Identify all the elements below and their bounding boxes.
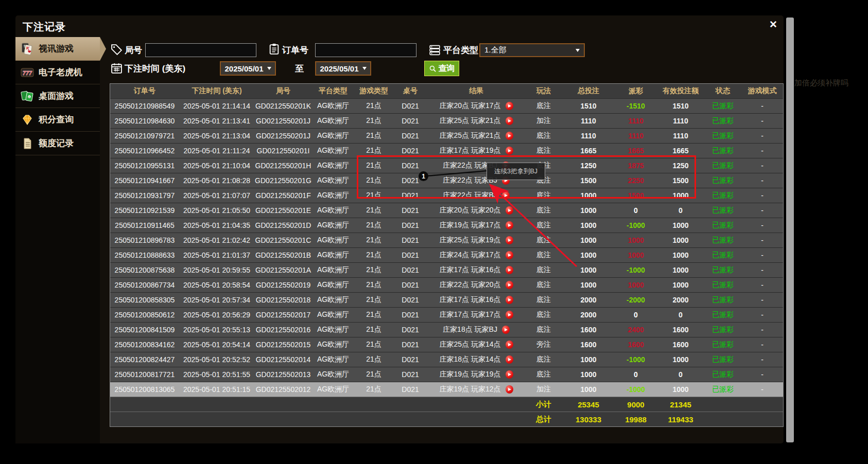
cell-game: 21点 (354, 278, 393, 292)
platform-select[interactable]: 1.全部 (479, 43, 585, 57)
table-row[interactable]: 2505012109215392025-05-01 21:05:50GD0212… (110, 203, 783, 218)
sidebar-item-video-games[interactable]: 9K视讯游戏 (15, 37, 100, 61)
cell-bet: 1665 (562, 144, 615, 158)
sidebar-item-slots[interactable]: 777电子老虎机 (15, 61, 100, 84)
table-row[interactable]: 2505012008756382025-05-01 20:59:55GD0212… (110, 262, 783, 277)
video-cards-icon: 9K (21, 42, 34, 56)
grand-total-row: 总计 130333 19988 119433 (110, 412, 783, 426)
quota-doc-icon (21, 137, 34, 150)
table-row[interactable]: 2505012109846302025-05-01 21:13:41GD0212… (110, 113, 783, 128)
table-row[interactable]: 2505012008130652025-05-01 20:51:15GD0212… (110, 382, 783, 397)
cell-mode: - (741, 203, 783, 218)
column-header: 游戏模式 (741, 84, 783, 98)
cell-mode: - (741, 173, 783, 188)
cell-payout: 1000 (615, 233, 657, 247)
chevron-down-icon (267, 67, 271, 70)
tag-icon (110, 43, 123, 56)
cell-play: 底注 (525, 218, 562, 233)
replay-icon[interactable] (506, 117, 513, 125)
cell-mode: - (741, 278, 783, 292)
cell-play: 底注 (525, 367, 562, 382)
search-icon (429, 65, 437, 73)
cell-mode: - (741, 248, 783, 262)
table-row[interactable]: 2505012008677342025-05-01 20:58:54GD0212… (110, 277, 783, 292)
cell-valid: 1000 (657, 263, 704, 277)
cell-game: 21点 (354, 293, 393, 307)
cell-play: 底注 (525, 144, 562, 158)
sidebar-item-table-games[interactable]: C桌面游戏 (15, 84, 100, 108)
table-row[interactable]: 2505012109551312025-05-01 21:10:04GD0212… (110, 158, 783, 173)
table-row[interactable]: 2505012109416672025-05-01 21:08:28GD0212… (110, 173, 783, 188)
replay-icon[interactable] (506, 311, 513, 319)
table-row[interactable]: 2505012109797212025-05-01 21:13:04GD0212… (110, 128, 783, 143)
cell-order: 250501210931797 (110, 188, 179, 203)
replay-icon[interactable] (506, 147, 513, 155)
cell-platform: AG欧洲厅 (312, 278, 354, 292)
replay-icon[interactable] (506, 281, 513, 289)
cell-mode: - (741, 352, 783, 367)
cell-game: 21点 (354, 308, 393, 322)
table-row[interactable]: 2505012008415092025-05-01 20:55:13GD0212… (110, 322, 783, 337)
replay-icon[interactable] (506, 341, 513, 349)
close-icon[interactable]: ✕ (769, 20, 777, 29)
table-row[interactable]: 2505012109114652025-05-01 21:04:35GD0212… (110, 218, 783, 233)
search-button-label: 查询 (439, 63, 455, 74)
cell-valid: 1600 (657, 337, 704, 352)
replay-icon[interactable] (506, 266, 513, 274)
sidebar-item-points[interactable]: 积分查询 (15, 108, 100, 132)
cell-platform: AG欧洲厅 (312, 158, 354, 173)
cell-time: 2025-05-01 20:54:14 (179, 337, 254, 352)
replay-icon[interactable] (502, 326, 510, 334)
replay-icon[interactable] (506, 385, 513, 394)
table-row[interactable]: 2505012008583052025-05-01 20:57:34GD0212… (110, 292, 783, 307)
cell-table_no: D021 (393, 158, 427, 173)
cell-time: 2025-05-01 20:57:34 (179, 293, 254, 307)
cell-play: 底注 (525, 248, 562, 262)
replay-icon[interactable] (506, 251, 513, 259)
cell-platform: AG欧洲厅 (312, 144, 354, 158)
replay-icon[interactable] (506, 221, 513, 229)
replay-icon[interactable] (506, 370, 513, 379)
order-input[interactable] (315, 43, 416, 57)
replay-icon[interactable] (506, 236, 513, 244)
cell-round: GD0212550201E (254, 203, 312, 218)
cell-status: 已派彩 (704, 114, 741, 128)
cell-play: 底注 (525, 188, 562, 203)
sidebar-item-quota-records[interactable]: 额度记录 (15, 132, 100, 155)
cell-platform: AG欧洲厅 (312, 382, 354, 397)
chevron-down-icon (576, 49, 580, 52)
replay-icon[interactable] (506, 102, 513, 110)
grand-total-payout: 19988 (615, 412, 657, 426)
replay-icon[interactable] (506, 132, 513, 140)
table-row[interactable]: 2505012108886332025-05-01 21:01:37GD0212… (110, 247, 783, 262)
cell-bet: 1110 (562, 114, 615, 128)
replay-icon[interactable] (502, 191, 510, 200)
date-from-select[interactable]: 2025/05/01 (220, 61, 276, 76)
replay-icon[interactable] (506, 296, 513, 304)
cell-round: GD02125502015 (254, 337, 312, 352)
table-row[interactable]: 2505012008177212025-05-01 20:51:55GD0212… (110, 367, 783, 382)
subtotal-payout: 9000 (615, 397, 657, 412)
round-input[interactable] (145, 43, 256, 57)
table-row[interactable]: 2505012109885492025-05-01 21:14:14GD0212… (110, 98, 783, 113)
cell-game: 21点 (354, 99, 393, 113)
table-row[interactable]: 2505012109317972025-05-01 21:07:07GD0212… (110, 188, 783, 203)
table-row[interactable]: 2505012109664522025-05-01 21:11:24GD0212… (110, 143, 783, 158)
table-row[interactable]: 2505012008341622025-05-01 20:54:14GD0212… (110, 337, 783, 352)
replay-icon[interactable] (506, 206, 513, 215)
table-row[interactable]: 2505012108967832025-05-01 21:02:42GD0212… (110, 233, 783, 247)
date-to-value: 2025/05/01 (320, 64, 358, 73)
cell-mode: - (741, 308, 783, 322)
cell-status: 已派彩 (704, 382, 741, 397)
cell-result: 庄家25点 玩家14点 (427, 337, 525, 352)
table-row[interactable]: 2505012008506122025-05-01 20:56:29GD0212… (110, 307, 783, 322)
cell-order: 250501200817721 (110, 367, 179, 382)
cell-valid: 2000 (657, 293, 704, 307)
table-row[interactable]: 2505012008244272025-05-01 20:52:52GD0212… (110, 352, 783, 367)
search-button[interactable]: 查询 (424, 61, 459, 76)
column-header: 派彩 (615, 84, 657, 98)
replay-icon[interactable] (506, 355, 513, 364)
date-to-select[interactable]: 2025/05/01 (315, 61, 371, 76)
cell-table_no: D021 (393, 382, 427, 397)
page-scrollbar[interactable] (786, 17, 794, 442)
